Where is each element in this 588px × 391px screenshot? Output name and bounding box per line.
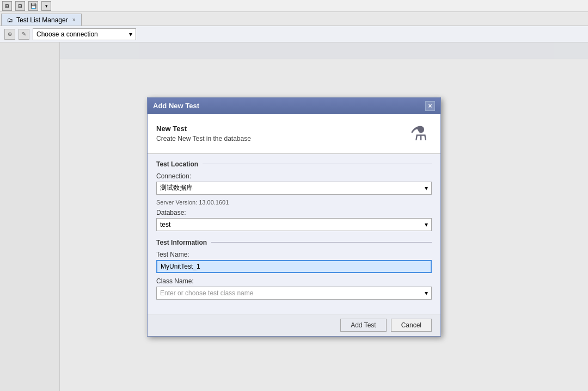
grid-icon[interactable]: ⊞ — [2, 1, 12, 11]
dialog-close-btn[interactable]: × — [425, 101, 435, 111]
database-select-value: test — [160, 221, 170, 228]
tab-test-list-manager[interactable]: 🗂 Test List Manager × — [1, 14, 82, 26]
dialog-titlebar: Add New Test × — [148, 98, 440, 114]
test-information-section: Test Information Test Name: Class Name: … — [156, 239, 432, 300]
test-name-input[interactable] — [156, 260, 432, 273]
dialog-header-icon: ⚗ — [406, 121, 432, 147]
connection-dropdown-arrow: ▾ — [129, 30, 132, 38]
toolbar-icons: ⊞ ⊟ 💾 ▾ — [2, 1, 51, 11]
dialog-title: Add New Test — [153, 102, 199, 110]
tab-close-btn[interactable]: × — [72, 17, 76, 23]
connection-select-arrow: ▾ — [425, 184, 428, 192]
test-name-row: Test Name: — [156, 251, 432, 273]
dialog-header-desc: Create New Test in the database — [156, 135, 406, 142]
dialog-footer: Add Test Cancel — [148, 314, 440, 336]
dialog-body: Test Location Connection: 测试数据库 ▾ Server… — [148, 154, 440, 314]
dialog-header-title: New Test — [156, 125, 406, 133]
class-name-placeholder: Enter or choose test class name — [160, 289, 253, 297]
tab-icon: 🗂 — [7, 17, 13, 23]
add-new-test-dialog: Add New Test × New Test Create New Test … — [147, 97, 441, 337]
add-connection-btn[interactable]: ⊕ — [4, 29, 15, 40]
class-name-select[interactable]: Enter or choose test class name ▾ — [156, 287, 432, 300]
test-name-label: Test Name: — [156, 251, 432, 258]
class-name-label: Class Name: — [156, 277, 432, 285]
connection-label: Connection: — [156, 172, 432, 180]
connection-row: Connection: 测试数据库 ▾ — [156, 172, 432, 195]
connection-toolbar: ⊕ ✎ Choose a connection ▾ — [0, 26, 588, 42]
tab-label: Test List Manager — [16, 16, 68, 24]
save-icon[interactable]: 💾 — [28, 1, 38, 11]
test-location-title: Test Location — [156, 160, 432, 168]
add-test-button[interactable]: Add Test — [340, 319, 386, 332]
database-select-arrow: ▾ — [425, 221, 428, 228]
modal-backdrop: Add New Test × New Test Create New Test … — [0, 42, 588, 391]
test-location-section: Test Location Connection: 测试数据库 ▾ Server… — [156, 160, 432, 231]
database-row: Database: test ▾ — [156, 209, 432, 231]
class-name-arrow: ▾ — [425, 289, 428, 297]
connection-dropdown-text: Choose a connection — [36, 30, 98, 38]
connection-select[interactable]: 测试数据库 ▾ — [156, 182, 432, 195]
class-name-row: Class Name: Enter or choose test class n… — [156, 277, 432, 300]
dialog-header-info: New Test Create New Test in the database — [156, 125, 406, 142]
tab-bar: 🗂 Test List Manager × — [0, 12, 588, 26]
connection-select-value: 测试数据库 — [160, 183, 193, 193]
database-select[interactable]: test ▾ — [156, 218, 432, 231]
dropdown-icon[interactable]: ▾ — [41, 1, 51, 11]
connection-dropdown[interactable]: Choose a connection ▾ — [33, 28, 136, 40]
system-toolbar: ⊞ ⊟ 💾 ▾ — [0, 0, 588, 12]
server-version-text: Server Version: 13.00.1601 — [156, 199, 432, 206]
flask-icon: ⚗ — [410, 122, 427, 145]
edit-connection-btn[interactable]: ✎ — [19, 29, 29, 40]
test-info-title: Test Information — [156, 239, 432, 246]
database-label: Database: — [156, 209, 432, 216]
cancel-button[interactable]: Cancel — [391, 319, 432, 332]
dialog-header: New Test Create New Test in the database… — [148, 114, 440, 154]
grid2-icon[interactable]: ⊟ — [15, 1, 25, 11]
